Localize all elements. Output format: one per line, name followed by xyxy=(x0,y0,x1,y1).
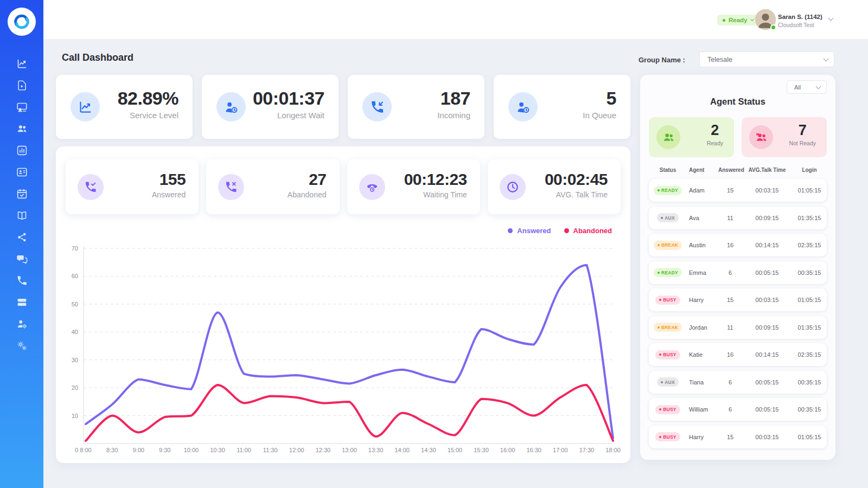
kpi-text: 00:02:45AVG. Talk Time xyxy=(545,170,608,199)
kpi-value: 00:02:45 xyxy=(545,170,608,189)
kpi-card-longest-wait: 00:01:37Longest Wait xyxy=(202,75,339,139)
phone-incoming-icon-wrap xyxy=(362,92,392,121)
x-axis-label: 12:00 xyxy=(289,447,304,453)
phone-check-icon-wrap xyxy=(78,174,104,200)
agent-ready-pill[interactable]: Ready xyxy=(717,15,759,25)
agent-row-katie: BUSYKatie1600:14:1502:35:15 xyxy=(649,343,827,366)
sidebar-item-phone[interactable] xyxy=(15,274,28,287)
agent-login-time: 02:35:15 xyxy=(792,242,827,248)
agent-name: Ava xyxy=(687,215,718,221)
user-org: Cloudsoft Test xyxy=(778,22,814,28)
kpi-text: 155Answered xyxy=(152,170,186,199)
calls-line-chart: 0102030405060708:008:309:009:3010:0010:3… xyxy=(64,237,623,454)
chevron-down-icon xyxy=(816,84,821,89)
agent-row-harry: BUSYHarry1500:03:1501:05:15 xyxy=(649,288,827,311)
sidebar-item-user-gear[interactable] xyxy=(15,317,28,330)
y-axis-label: 30 xyxy=(72,357,78,363)
group-select[interactable]: Telesale xyxy=(699,52,834,67)
y-axis-label: 20 xyxy=(72,384,78,391)
handset-clock-icon xyxy=(366,181,379,194)
sidebar-item-screen-user[interactable] xyxy=(15,100,28,113)
sidebar-item-book-open[interactable] xyxy=(15,209,28,222)
legend-answered[interactable]: Answered xyxy=(508,227,551,235)
kpi-value: 00:01:37 xyxy=(253,88,324,109)
agent-talk-time: 00:03:15 xyxy=(742,187,792,194)
sidebar-item-share[interactable] xyxy=(15,230,28,243)
ready-dot-icon xyxy=(723,19,725,22)
agent-talk-time: 00:05:15 xyxy=(742,269,792,276)
agent-login-time: 01:05:15 xyxy=(792,297,827,303)
kpi-value: 27 xyxy=(288,170,327,189)
status-badge: BUSY xyxy=(655,432,680,441)
sidebar-item-users[interactable] xyxy=(15,122,28,135)
agent-answered: 15 xyxy=(718,297,742,303)
agent-login-time: 00:35:15 xyxy=(792,379,827,386)
legend-label: Answered xyxy=(517,227,551,235)
sidebar-item-queue[interactable] xyxy=(15,296,28,309)
agent-row-harry: BUSYHarry1500:03:1501:05:15 xyxy=(649,426,827,448)
agent-talk-time: 00:05:15 xyxy=(742,406,792,413)
agent-talk-time: 00:09:15 xyxy=(742,215,792,221)
sidebar-item-calendar-check[interactable] xyxy=(15,187,28,200)
sidebar-item-audio-file[interactable] xyxy=(15,79,28,92)
agent-answered: 11 xyxy=(718,215,742,221)
group-name-label: Group Name : xyxy=(639,56,685,64)
topbar: Ready Saran S. (1142) Cloudsoft Test xyxy=(43,0,868,39)
chart-line-icon xyxy=(78,100,93,114)
person-clock-icon-wrap xyxy=(216,92,246,121)
sidebar-item-chart-line[interactable] xyxy=(15,57,28,70)
chevron-down-icon xyxy=(824,56,829,61)
calls-overview-panel: 155Answered27Abandoned00:12:23Waiting Ti… xyxy=(56,146,630,463)
agent-answered: 15 xyxy=(718,187,742,194)
handset-clock-icon-wrap xyxy=(359,174,385,200)
status-dot-icon xyxy=(661,217,663,219)
contact-card-icon xyxy=(16,166,28,178)
agent-answered: 16 xyxy=(718,351,742,358)
y-axis-label: 60 xyxy=(72,273,78,279)
agent-login-time: 00:35:15 xyxy=(792,406,827,413)
y-axis-label: 10 xyxy=(72,413,78,419)
status-badge: BUSY xyxy=(655,350,680,359)
summary-value: 7 xyxy=(789,122,816,139)
agent-row-william: BUSYWilliam600:05:1500:35:15 xyxy=(649,398,827,421)
avatar[interactable] xyxy=(755,9,776,30)
sidebar-item-bar-chart[interactable] xyxy=(15,144,28,157)
x-axis-label: 8:30 xyxy=(106,447,118,453)
agent-name: Jordan xyxy=(687,324,718,331)
x-axis-label: 9:30 xyxy=(159,447,170,453)
kpi-text: 5In Queue xyxy=(583,88,616,120)
chart-line-icon-wrap xyxy=(71,92,100,121)
chart-legend: AnsweredAbandoned xyxy=(508,227,612,235)
kpi-text: 187Incoming xyxy=(437,88,470,120)
app-root: Ready Saran S. (1142) Cloudsoft Test Cal… xyxy=(0,0,868,488)
x-axis-label: 11:30 xyxy=(263,447,278,453)
y-axis-label: 50 xyxy=(72,301,78,307)
legend-abandoned[interactable]: Abandoned xyxy=(564,227,612,235)
user-menu-chevron-icon[interactable] xyxy=(828,16,834,21)
status-badge: AUX xyxy=(657,213,679,222)
kpi-label: Abandoned xyxy=(288,190,327,199)
agent-table-rows: READYAdam1500:03:1501:05:15AUXAva1100:09… xyxy=(649,179,827,453)
kpi-label: Incoming xyxy=(437,111,470,120)
summary-value: 2 xyxy=(707,122,723,139)
y-axis-label: 0 xyxy=(75,447,78,453)
line-chart-svg: 0102030405060708:008:309:009:3010:0010:3… xyxy=(64,237,623,454)
agent-row-adam: READYAdam1500:03:1501:05:15 xyxy=(649,179,827,202)
kpi-value: 5 xyxy=(583,88,616,109)
agent-filter-select[interactable]: All xyxy=(787,80,827,94)
agent-name: Harry xyxy=(687,297,718,303)
app-logo[interactable] xyxy=(8,8,36,36)
status-badge: BUSY xyxy=(655,296,680,305)
kpi-card-service-level: 82.89%Service Level xyxy=(56,75,193,139)
x-axis-label: 10:00 xyxy=(184,447,199,453)
sidebar-item-settings-gears[interactable] xyxy=(15,339,28,352)
sidebar-item-contact-card[interactable] xyxy=(15,165,28,178)
agent-talk-time: 00:14:15 xyxy=(742,351,792,358)
agent-table-header: StatusAgentAnsweredAVG.Talk TimeLogin xyxy=(649,167,827,173)
sidebar-item-chat[interactable] xyxy=(15,252,28,265)
queue-icon xyxy=(16,297,28,308)
person-clock-icon-wrap xyxy=(508,92,538,121)
phone-icon xyxy=(16,275,28,286)
agent-login-time: 01:05:15 xyxy=(792,434,827,440)
status-badge: READY xyxy=(654,186,682,195)
